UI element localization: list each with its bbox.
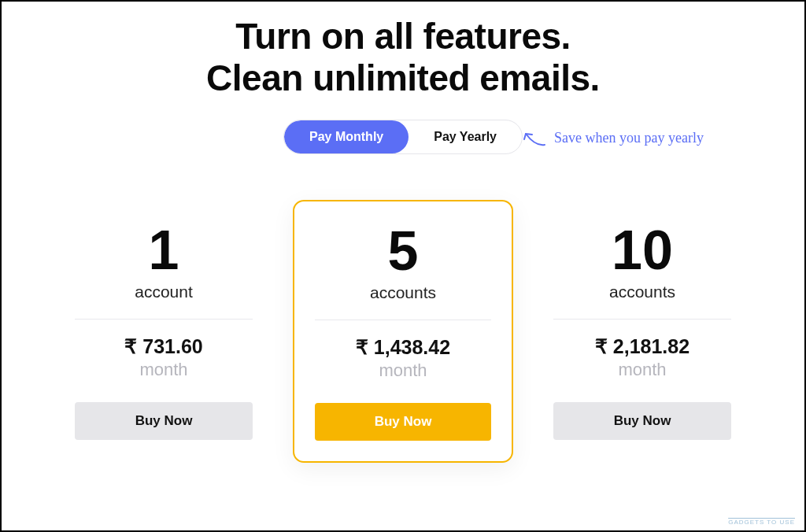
plan-period: month	[75, 360, 253, 380]
plan-quantity: 5	[315, 224, 491, 279]
plan-card-10-accounts: 10 accounts ₹ 2,181.82 month Buy Now	[532, 200, 752, 463]
buy-now-button[interactable]: Buy Now	[553, 402, 731, 440]
plan-quantity: 10	[553, 223, 731, 278]
plan-card-5-accounts: 5 accounts ₹ 1,438.42 month Buy Now	[293, 200, 513, 463]
yearly-savings-annotation: Save when you pay yearly	[521, 127, 704, 150]
plan-unit: account	[75, 283, 253, 301]
plan-unit: accounts	[553, 283, 731, 301]
pricing-cards: 1 account ₹ 731.60 month Buy Now 5 accou…	[2, 200, 804, 463]
watermark: GADGETS TO USE	[728, 519, 795, 526]
plan-price: ₹ 2,181.82	[553, 335, 731, 358]
page-headline: Turn on all features. Clean unlimited em…	[2, 16, 804, 99]
buy-now-button[interactable]: Buy Now	[315, 403, 491, 441]
divider	[315, 320, 491, 320]
headline-line-1: Turn on all features.	[235, 16, 571, 57]
plan-price: ₹ 1,438.42	[315, 336, 491, 359]
buy-now-button[interactable]: Buy Now	[75, 402, 253, 440]
pay-monthly-tab[interactable]: Pay Monthly	[284, 120, 409, 153]
plan-period: month	[553, 360, 731, 380]
plan-price: ₹ 731.60	[75, 335, 253, 358]
pay-yearly-tab[interactable]: Pay Yearly	[409, 120, 522, 153]
plan-card-1-account: 1 account ₹ 731.60 month Buy Now	[54, 200, 274, 463]
billing-toggle: Pay Monthly Pay Yearly	[283, 120, 523, 154]
plan-quantity: 1	[75, 223, 253, 278]
plan-unit: accounts	[315, 283, 491, 302]
headline-line-2: Clean unlimited emails.	[206, 57, 600, 98]
arrow-icon	[521, 127, 548, 150]
divider	[553, 319, 731, 320]
plan-period: month	[315, 360, 491, 381]
annotation-text: Save when you pay yearly	[554, 130, 704, 146]
divider	[75, 319, 253, 320]
